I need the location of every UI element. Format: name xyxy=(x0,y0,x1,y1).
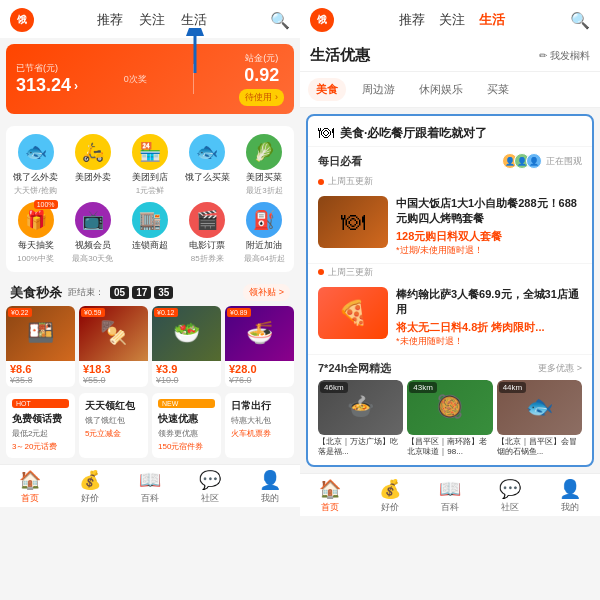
avatar-group: 👤 👤 👤 xyxy=(506,153,542,169)
nav-recommend[interactable]: 推荐 xyxy=(97,11,123,29)
use-button[interactable]: 待使用 › xyxy=(239,89,284,106)
countdown-label: 距结束： xyxy=(68,286,104,299)
icon-meituan-waimai[interactable]: 🛵 美团外卖 xyxy=(67,134,118,196)
category-tabs: 美食 周边游 休闲娱乐 买菜 xyxy=(300,72,600,108)
food-image-4: 🍜 ¥0.89 xyxy=(225,306,294,361)
right-nav-wiki[interactable]: 📖 百科 xyxy=(420,478,480,514)
promo-title-4: 日常出行 xyxy=(231,399,288,413)
icon-meituan-shop[interactable]: 🏪 美团到店 1元尝鲜 xyxy=(124,134,175,196)
promo-desc-2: 饿了饿红包 xyxy=(85,415,142,426)
card-icon: 🍽 xyxy=(318,124,334,142)
right-search-icon[interactable]: 🔍 xyxy=(570,11,590,30)
mini-label-3: 【北京｜昌平区】会冒烟的石锅鱼... xyxy=(497,437,582,458)
right-nav-recommend[interactable]: 推荐 xyxy=(399,11,425,29)
update-dot-2 xyxy=(318,269,324,275)
right-nav-deals[interactable]: 💰 好价 xyxy=(360,478,420,514)
search-icon[interactable]: 🔍 xyxy=(270,11,290,30)
gold-section: 站金(元) 0.92 待使用 › xyxy=(239,52,284,106)
icon-eleme[interactable]: 🐟 饿了么外卖 大天饼/抢购 xyxy=(10,134,61,196)
promo-card-2[interactable]: 天天领红包 饿了饿红包 5元立减金 xyxy=(79,393,148,458)
update-text-1: 上周五更新 xyxy=(328,175,373,188)
nav-life[interactable]: 生活 xyxy=(181,11,207,29)
promo-title-1: 免费领话费 xyxy=(12,412,69,426)
restaurant-title-2: 棒约翰比萨3人餐69.9元，全城31店通用 xyxy=(396,287,582,318)
savings-banner: 已节省(元) 313.24 › 0次奖 站金(元) 0.92 待使用 › xyxy=(6,44,294,114)
mini-restaurant-grid: 🍲 46km 【北京｜万达广场】吃落是福... 🥘 43km 【昌平区｜南环路】… xyxy=(308,380,592,466)
restaurant-info-1: 中国大饭店1大1小自助餐288元！688元购四人烤鸭套餐 128元购日料双人套餐… xyxy=(396,196,582,257)
food-item-2[interactable]: 🍢 ¥0.59 ¥18.3 ¥55.0 xyxy=(79,306,148,387)
food-price-3: ¥3.9 xyxy=(152,361,221,375)
discount-tag-3: ¥0.12 xyxy=(154,308,178,317)
restaurant-image-1: 🍽 xyxy=(318,196,388,248)
food-item-1[interactable]: 🍱 ¥0.22 ¥8.6 ¥35.8 xyxy=(6,306,75,387)
icon-daily-lottery[interactable]: 🎁100% 每天抽奖 100%中奖 xyxy=(10,202,61,264)
food-price-4: ¥28.0 xyxy=(225,361,294,375)
food-orig-price-4: ¥76.0 xyxy=(225,375,294,387)
daily-section-title: 每日必看 xyxy=(318,154,362,169)
savings-value[interactable]: 313.24 › xyxy=(16,75,78,96)
left-bottom-nav: 🏠 首页 💰 好价 📖 百科 💬 社区 👤 我的 xyxy=(0,464,300,507)
icon-eleme-groceries[interactable]: 🐟 饿了么买菜 xyxy=(182,134,233,196)
discount-tag-4: ¥0.89 xyxy=(227,308,251,317)
upload-button[interactable]: ✏ 我发榈料 xyxy=(539,49,590,63)
nav-follow[interactable]: 关注 xyxy=(139,11,165,29)
tasks-count: 0次奖 xyxy=(124,73,147,86)
right-logo: 饿 xyxy=(310,8,334,32)
restaurant-image-2: 🍕 xyxy=(318,287,388,339)
savings-section: 已节省(元) 313.24 › xyxy=(16,62,78,96)
food-item-3[interactable]: 🥗 ¥0.12 ¥3.9 ¥10.0 xyxy=(152,306,221,387)
main-content-card: 🍽 美食·必吃餐厅跟着吃就对了 每日必看 👤 👤 👤 正在围观 上周五更新 🍽 xyxy=(306,114,594,467)
watching-indicator: 👤 👤 👤 正在围观 xyxy=(506,153,582,169)
cat-leisure[interactable]: 休闲娱乐 xyxy=(411,78,471,101)
restaurant-note-1: *过期/未使用随时退！ xyxy=(396,244,582,257)
right-nav-profile[interactable]: 👤 我的 xyxy=(540,478,600,514)
nav-community[interactable]: 💬 社区 xyxy=(180,469,240,505)
restaurant-item-1[interactable]: 🍽 中国大饭店1大1小自助餐288元！688元购四人烤鸭套餐 128元购日料双人… xyxy=(308,190,592,264)
food-orig-price-2: ¥55.0 xyxy=(79,375,148,387)
mini-card-3[interactable]: 🐟 44km 【北京｜昌平区】会冒烟的石锅鱼... xyxy=(497,380,582,458)
cat-grocery[interactable]: 买菜 xyxy=(479,78,517,101)
nav-deals[interactable]: 💰 好价 xyxy=(60,469,120,505)
left-logo: 饿 xyxy=(10,8,34,32)
icon-gas[interactable]: ⛽ 附近加油 最高64折起 xyxy=(239,202,290,264)
restaurant-note-2: *未使用随时退！ xyxy=(396,335,582,348)
countdown: 05 17 35 xyxy=(110,286,173,299)
icon-meituan-groceries[interactable]: 🥬 美团买菜 最近3折起 xyxy=(239,134,290,196)
icon-supermarket[interactable]: 🏬 连锁商超 xyxy=(124,202,175,264)
food-item-4[interactable]: 🍜 ¥0.89 ¥28.0 ¥76.0 xyxy=(225,306,294,387)
promo-desc-3: 领券更优惠 xyxy=(158,428,215,439)
nav-profile[interactable]: 👤 我的 xyxy=(240,469,300,505)
card-header: 🍽 美食·必吃餐厅跟着吃就对了 xyxy=(308,116,592,147)
more-button[interactable]: 领补贴 > xyxy=(243,284,290,301)
avatar-3: 👤 xyxy=(526,153,542,169)
right-nav-community[interactable]: 💬 社区 xyxy=(480,478,540,514)
right-nav-follow[interactable]: 关注 xyxy=(439,11,465,29)
section-24h: 7*24h全网精选 更多优惠 > xyxy=(308,355,592,380)
nav-home[interactable]: 🏠 首页 xyxy=(0,469,60,505)
right-panel: 饿 推荐 关注 生活 🔍 生活优惠 ✏ 我发榈料 美食 周边游 休闲娱乐 买菜 … xyxy=(300,0,600,600)
icon-video-vip[interactable]: 📺 视频会员 最高30天免 xyxy=(67,202,118,264)
food-image-1: 🍱 ¥0.22 xyxy=(6,306,75,361)
more-deals-link[interactable]: 更多优惠 > xyxy=(538,362,582,375)
life-page-header: 生活优惠 ✏ 我发榈料 xyxy=(300,38,600,72)
daily-must-watch-row: 每日必看 👤 👤 👤 正在围观 xyxy=(308,147,592,173)
nav-wiki[interactable]: 📖 百科 xyxy=(120,469,180,505)
promo-card-1[interactable]: HOT 免费领话费 最低2元起 3～20元话费 xyxy=(6,393,75,458)
mini-card-2[interactable]: 🥘 43km 【昌平区｜南环路】老北京味道｜98... xyxy=(407,380,492,458)
promo-card-4[interactable]: 日常出行 特惠大礼包 火车机票券 xyxy=(225,393,294,458)
cat-nearby[interactable]: 周边游 xyxy=(354,78,403,101)
icon-movie[interactable]: 🎬 电影订票 85折券来 xyxy=(182,202,233,264)
right-nav-home[interactable]: 🏠 首页 xyxy=(300,478,360,514)
food-image-2: 🍢 ¥0.59 xyxy=(79,306,148,361)
watching-text: 正在围观 xyxy=(546,155,582,168)
promo-action-3: 150元宿件券 xyxy=(158,441,215,452)
mini-dist-2: 43km xyxy=(409,382,437,393)
promo-card-3[interactable]: NEW 快速优惠 领券更优惠 150元宿件券 xyxy=(152,393,221,458)
right-nav-life[interactable]: 生活 xyxy=(479,11,505,29)
promo-title-2: 天天领红包 xyxy=(85,399,142,413)
restaurant-price-1: 128元购日料双人套餐 xyxy=(396,229,582,244)
update-text-2: 上周三更新 xyxy=(328,266,373,279)
mini-card-1[interactable]: 🍲 46km 【北京｜万达广场】吃落是福... xyxy=(318,380,403,458)
restaurant-item-2[interactable]: 🍕 棒约翰比萨3人餐69.9元，全城31店通用 将太无二日料4.8折 烤肉限时.… xyxy=(308,281,592,355)
cat-food[interactable]: 美食 xyxy=(308,78,346,101)
